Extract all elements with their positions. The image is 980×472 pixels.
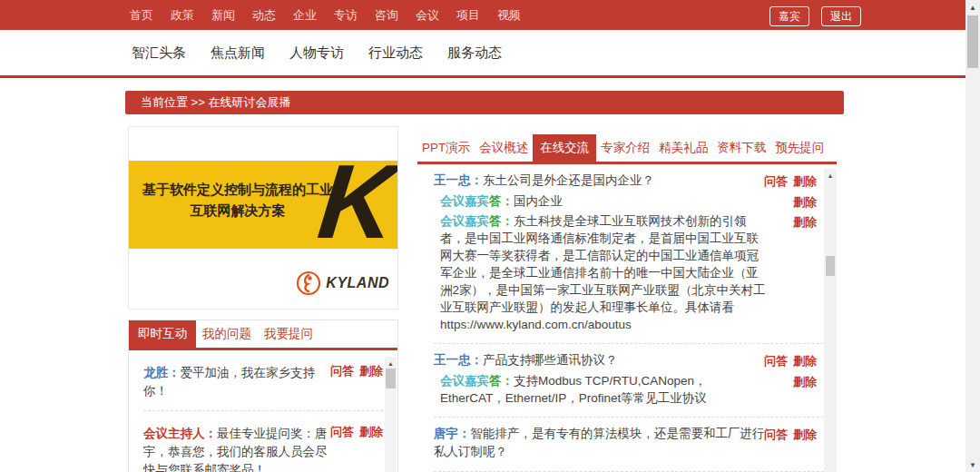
qa-question: 王一忠：产品支持哪些通讯协议？ 问答删除 (434, 351, 824, 369)
webinar-page: 首页 政策 新闻 动态 企业 专访 咨询 会议 项目 视频 嘉宾 退出 智汇头条… (0, 0, 980, 472)
interaction-tabs: 即时互动 我的问题 我要提问 (129, 320, 397, 348)
banner-title-line2: 互联网解决方案 (132, 200, 343, 221)
tab-pre-questions[interactable]: 预先提问 (770, 134, 828, 162)
question-user-name: 王一忠： (434, 173, 483, 187)
scrollbar-thumb[interactable] (967, 15, 978, 68)
question-actions: 问答删除 (764, 426, 817, 444)
qa-link[interactable]: 问答 (330, 364, 354, 378)
subnav-service-trends[interactable]: 服务动态 (447, 44, 502, 62)
subnav-headlines[interactable]: 智汇头条 (132, 44, 186, 62)
browser-scrollbar[interactable]: ▲ ▼ (965, 0, 980, 472)
subnav-industry-trends[interactable]: 行业动态 (368, 44, 423, 62)
top-nav-project[interactable]: 项目 (456, 7, 480, 24)
top-nav-consult[interactable]: 咨询 (375, 7, 398, 24)
scroll-down-icon[interactable]: ▼ (965, 461, 980, 470)
question-user-name: 王一忠： (434, 353, 483, 367)
qa-question: 王一忠：东土公司是外企还是国内企业？ 问答删除 (434, 172, 824, 190)
tab-experts[interactable]: 专家介绍 (596, 134, 654, 162)
top-bar: 首页 政策 新闻 动态 企业 专访 咨询 会议 项目 视频 嘉宾 退出 (0, 0, 965, 30)
question-actions: 问答删除 (764, 172, 817, 191)
tab-online-exchange[interactable]: 在线交流 (533, 134, 596, 162)
delete-link[interactable]: 删除 (793, 428, 817, 441)
top-nav-trends[interactable]: 动态 (252, 7, 276, 24)
top-nav-meeting[interactable]: 会议 (416, 7, 439, 24)
tab-downloads[interactable]: 资料下载 (712, 134, 770, 162)
banner-k-letter: K (314, 161, 397, 249)
scroll-up-icon[interactable]: ▲ (385, 357, 397, 369)
top-nav-interview[interactable]: 专访 (334, 7, 358, 24)
chat-host-name: 会议主持人： (143, 427, 217, 440)
question-actions: 问答删除 (764, 352, 817, 370)
qa-answer: 会议嘉宾答：东土科技是全球工业互联网技术创新的引领者，是中国工业网络通信标准制定… (440, 212, 824, 333)
tab-overview[interactable]: 会议概述 (475, 134, 533, 162)
guest-button[interactable]: 嘉宾 (769, 6, 809, 26)
tab-ppt[interactable]: PPT演示 (417, 134, 475, 162)
delete-link[interactable]: 删除 (793, 354, 817, 368)
top-nav-video[interactable]: 视频 (497, 7, 521, 24)
qa-scrollbar[interactable]: ▲ (824, 169, 837, 472)
scroll-up-icon[interactable]: ▲ (824, 169, 837, 181)
answer-label: 答： (489, 374, 514, 388)
subnav-focus-news[interactable]: 焦点新闻 (211, 44, 265, 62)
delete-link[interactable]: 删除 (793, 195, 817, 209)
chat-message: 龙胜：爱平加油，我在家乡支持你！ 问答删除 (143, 350, 383, 411)
chat-message-list: 龙胜：爱平加油，我在家乡支持你！ 问答删除 会议主持人：最佳专业提问奖：唐宇，恭… (129, 350, 397, 472)
chat-scrollbar[interactable]: ▲ (385, 357, 397, 472)
chat-message-text: 会议主持人：最佳专业提问奖：唐宇，恭喜您，我们的客服人员会尽快与您联系邮寄奖品！ (143, 425, 330, 472)
message-actions: 问答删除 (330, 363, 383, 379)
qa-link[interactable]: 问答 (764, 428, 788, 441)
question-text: 产品支持哪些通讯协议？ (483, 353, 618, 367)
brand-logo: KYLAND (295, 270, 389, 297)
top-nav-home[interactable]: 首页 (130, 7, 153, 24)
tab-live-interaction[interactable]: 即时互动 (129, 320, 196, 348)
top-nav-news[interactable]: 新闻 (211, 7, 235, 24)
guest-name: 会议嘉宾 (440, 194, 489, 208)
qa-link[interactable]: 问答 (764, 174, 788, 188)
answer-text: 国内企业 (514, 194, 563, 208)
guest-name: 会议嘉宾 (440, 374, 489, 388)
qa-link[interactable]: 问答 (330, 425, 354, 438)
qa-list: 王一忠：东土公司是外企还是国内企业？ 问答删除 会议嘉宾答：国内企业 删除 会议… (417, 164, 824, 472)
webinar-banner: 基于软件定义控制与流程的工业 互联网解决方案 K KYLAND (128, 126, 398, 310)
tab-my-questions[interactable]: 我的问题 (196, 320, 258, 348)
delete-link[interactable]: 删除 (793, 215, 817, 229)
logout-button[interactable]: 退出 (821, 6, 861, 26)
breadcrumb: 当前位置 >> 在线研讨会展播 (125, 91, 844, 114)
tab-gifts[interactable]: 精美礼品 (654, 134, 712, 162)
qa-group: 王一忠：产品支持哪些通讯协议？ 问答删除 会议嘉宾答：支持Modbus TCP/… (434, 344, 824, 418)
banner-title-line1: 基于软件定义控制与流程的工业 (132, 179, 343, 200)
answer-actions: 删除 (793, 213, 817, 231)
scroll-up-icon[interactable]: ▲ (965, 0, 980, 13)
online-exchange-panel: PPT演示 会议概述 在线交流 专家介绍 精美礼品 资料下载 预先提问 王一忠：… (417, 134, 837, 472)
guest-name: 会议嘉宾 (440, 214, 489, 228)
qa-group: 唐宇：智能排产，是有专有的算法模块，还是需要和工厂进行私人订制呢？ 问答删除 (434, 418, 824, 472)
delete-link[interactable]: 删除 (359, 364, 383, 378)
question-text: 东土公司是外企还是国内企业？ (483, 173, 654, 187)
qa-answer: 会议嘉宾答：支持Modbus TCP/RTU,CANopen，EtherCAT，… (440, 372, 824, 407)
delete-link[interactable]: 删除 (359, 425, 383, 438)
qa-link[interactable]: 问答 (764, 354, 788, 368)
delete-link[interactable]: 删除 (793, 174, 817, 188)
tab-ask-question[interactable]: 我要提问 (258, 320, 319, 348)
banner-title: 基于软件定义控制与流程的工业 互联网解决方案 (132, 179, 343, 221)
answer-label: 答： (489, 194, 514, 208)
qa-question: 唐宇：智能排产，是有专有的算法模块，还是需要和工厂进行私人订制呢？ 问答删除 (434, 425, 824, 461)
answer-label: 答： (489, 214, 514, 228)
banner-yellow-band: 基于软件定义控制与流程的工业 互联网解决方案 K (129, 161, 397, 249)
top-bar-actions: 嘉宾 退出 (769, 6, 861, 26)
answer-text: 东土科技是全球工业互联网技术创新的引领者，是中国工业网络通信标准制定者，是首届中… (440, 214, 766, 331)
scrollbar-thumb[interactable] (386, 369, 396, 388)
brand-name: KYLAND (326, 275, 389, 291)
question-user-name: 唐宇： (434, 427, 471, 440)
subnav-interviews[interactable]: 人物专访 (289, 44, 344, 62)
answer-actions: 删除 (793, 193, 817, 211)
scrollbar-thumb[interactable] (826, 256, 835, 276)
top-nav-policy[interactable]: 政策 (171, 7, 194, 24)
delete-link[interactable]: 删除 (793, 375, 817, 388)
webinar-tabs: PPT演示 会议概述 在线交流 专家介绍 精美礼品 资料下载 预先提问 (417, 134, 837, 162)
top-nav-enterprise[interactable]: 企业 (293, 7, 317, 24)
sub-nav: 智汇头条 焦点新闻 人物专访 行业动态 服务动态 (0, 30, 965, 78)
qa-answer: 会议嘉宾答：国内企业 删除 (440, 192, 824, 210)
answer-actions: 删除 (793, 373, 817, 390)
chat-message-text: 龙胜：爱平加油，我在家乡支持你！ (143, 364, 330, 400)
